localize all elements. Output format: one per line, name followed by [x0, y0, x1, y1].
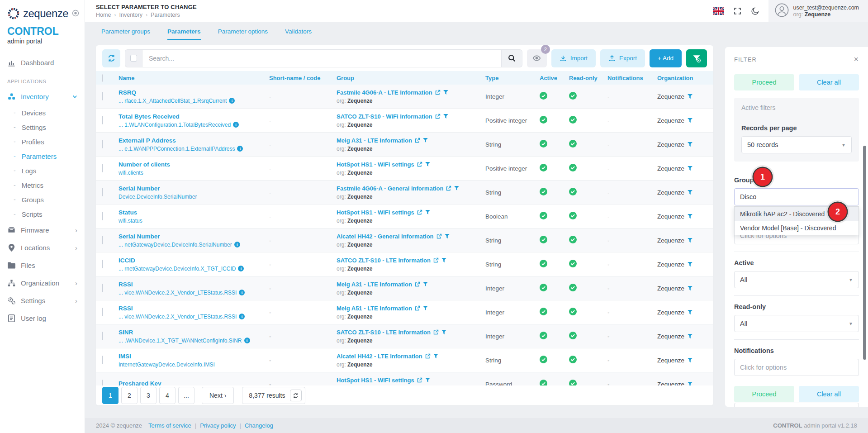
close-icon[interactable]: ×	[854, 55, 859, 63]
group-link[interactable]: HotSpot HS1 - WiFi settings	[337, 209, 414, 216]
sidebar-item-organization[interactable]: Organization ›	[0, 274, 85, 292]
row-checkbox[interactable]	[102, 284, 103, 292]
tab-parameters[interactable]: Parameters	[167, 28, 201, 40]
sidebar-collapse-icon[interactable]	[72, 10, 79, 18]
parameter-name-link[interactable]: RSSI	[119, 281, 265, 288]
select-all-checkbox[interactable]	[102, 74, 103, 82]
language-flag-icon[interactable]	[713, 7, 724, 15]
filter-by-organization-icon[interactable]	[688, 286, 693, 290]
filter-by-organization-icon[interactable]	[688, 310, 693, 314]
open-group-icon[interactable]	[433, 329, 439, 335]
open-group-icon[interactable]	[417, 209, 422, 215]
filter-by-organization-icon[interactable]	[688, 358, 693, 362]
filter-by-group-icon[interactable]	[423, 282, 428, 286]
search-scope-checkbox[interactable]	[130, 55, 137, 62]
sidebar-item-logs[interactable]: -Logs	[0, 163, 85, 178]
fullscreen-icon[interactable]	[733, 7, 742, 15]
info-icon[interactable]	[244, 338, 250, 343]
filter-by-organization-icon[interactable]	[688, 262, 693, 266]
filter-panel-scrollbar[interactable]	[863, 146, 866, 360]
notifications-filter-input[interactable]	[734, 359, 859, 376]
organization-filter-input[interactable]	[734, 403, 859, 407]
group-option-vendor-model[interactable]: Vendor Model [Base] - Discovered	[735, 221, 859, 235]
parameter-name-link[interactable]: Status	[119, 209, 265, 216]
info-icon[interactable]	[238, 266, 244, 271]
open-group-icon[interactable]	[415, 305, 420, 311]
proceed-button-bottom[interactable]: Proceed	[734, 386, 794, 402]
next-page-button[interactable]: Next ›	[202, 387, 234, 404]
row-checkbox[interactable]	[102, 356, 103, 364]
parameter-name-link[interactable]: Serial Number	[119, 233, 265, 240]
row-checkbox[interactable]	[102, 212, 103, 220]
add-button[interactable]: + Add	[650, 49, 682, 67]
open-group-icon[interactable]	[417, 162, 422, 167]
filter-by-group-icon[interactable]	[443, 90, 448, 95]
group-link[interactable]: Alcatel HH42 - LTE Information	[337, 353, 422, 360]
open-group-icon[interactable]	[435, 114, 441, 119]
open-group-icon[interactable]	[433, 257, 439, 263]
info-icon[interactable]	[233, 122, 239, 128]
page-button[interactable]: 2	[121, 387, 138, 404]
parameter-name-link[interactable]: RSSI	[119, 305, 265, 312]
open-group-icon[interactable]	[417, 377, 422, 383]
search-button[interactable]	[502, 49, 522, 67]
row-checkbox[interactable]	[102, 140, 103, 148]
filter-by-group-icon[interactable]	[454, 186, 459, 190]
group-link[interactable]: Meig A31 - LTE Information	[337, 137, 412, 144]
filter-by-organization-icon[interactable]	[688, 166, 693, 171]
filter-by-organization-icon[interactable]	[688, 142, 693, 147]
sidebar-item-firmware[interactable]: Firmware ›	[0, 221, 85, 239]
parameter-name-link[interactable]: IMSI	[119, 353, 265, 360]
results-refresh-button[interactable]	[290, 390, 302, 401]
column-header-short-name[interactable]: Short-name / code	[265, 75, 335, 81]
group-link[interactable]: Alcatel HH42 - General Information	[337, 233, 434, 240]
filter-by-group-icon[interactable]	[423, 138, 428, 143]
group-link[interactable]: HotSpot HS1 - WiFi settings	[337, 377, 414, 384]
sidebar-item-metrics[interactable]: -Metrics	[0, 178, 85, 192]
sidebar-item-groups[interactable]: -Groups	[0, 192, 85, 207]
sidebar-item-parameters[interactable]: -Parameters	[0, 149, 85, 163]
row-checkbox[interactable]	[102, 92, 103, 100]
filter-by-organization-icon[interactable]	[688, 190, 693, 195]
filter-by-group-icon[interactable]	[425, 162, 430, 167]
parameter-name-link[interactable]: ICCID	[119, 257, 265, 264]
filter-by-organization-icon[interactable]	[688, 118, 693, 123]
filter-by-group-icon[interactable]	[441, 258, 446, 262]
column-header-notifications[interactable]: Notifications	[604, 75, 654, 81]
info-icon[interactable]	[234, 242, 240, 247]
filter-by-group-icon[interactable]	[423, 306, 428, 310]
sidebar-item-profiles[interactable]: -Profiles	[0, 134, 85, 149]
column-header-type[interactable]: Type	[482, 75, 536, 81]
row-checkbox[interactable]	[102, 116, 103, 124]
group-link[interactable]: SATCO ZLT-S10 - WiFi Information	[337, 113, 432, 120]
row-checkbox[interactable]	[102, 164, 103, 172]
page-button[interactable]: 1	[102, 387, 119, 404]
parameter-name-link[interactable]: SINR	[119, 329, 265, 336]
open-group-icon[interactable]	[415, 281, 420, 287]
proceed-button[interactable]: Proceed	[734, 74, 794, 90]
row-checkbox[interactable]	[102, 308, 103, 316]
row-checkbox[interactable]	[102, 188, 103, 196]
parameter-name-link[interactable]: Preshared Key	[119, 380, 265, 386]
filter-by-organization-icon[interactable]	[688, 382, 693, 385]
search-input[interactable]	[142, 49, 502, 67]
group-link[interactable]: Fastmile 4G06-A - LTE Information	[337, 89, 432, 96]
parameter-name-link[interactable]: Total Bytes Received	[119, 113, 265, 120]
column-header-read-only[interactable]: Read-only	[565, 75, 604, 81]
terms-link[interactable]: Terms of service	[148, 422, 191, 429]
column-header-active[interactable]: Active	[536, 75, 565, 81]
info-icon[interactable]	[239, 314, 245, 319]
privacy-link[interactable]: Privacy policy	[200, 422, 236, 429]
filter-by-organization-icon[interactable]	[688, 214, 693, 219]
filter-by-group-icon[interactable]	[441, 330, 446, 334]
filter-by-group-icon[interactable]	[443, 114, 448, 119]
tab-validators[interactable]: Validators	[285, 28, 312, 40]
parameter-name-link[interactable]: Number of clients	[119, 161, 265, 168]
open-group-icon[interactable]	[425, 353, 431, 359]
filter-by-group-icon[interactable]	[425, 210, 430, 214]
clear-all-button-bottom[interactable]: Clear all	[799, 386, 859, 402]
sidebar-item-user-log[interactable]: User log	[0, 309, 85, 327]
info-icon[interactable]	[237, 146, 243, 152]
info-icon[interactable]	[239, 290, 245, 295]
row-checkbox[interactable]	[102, 236, 103, 244]
